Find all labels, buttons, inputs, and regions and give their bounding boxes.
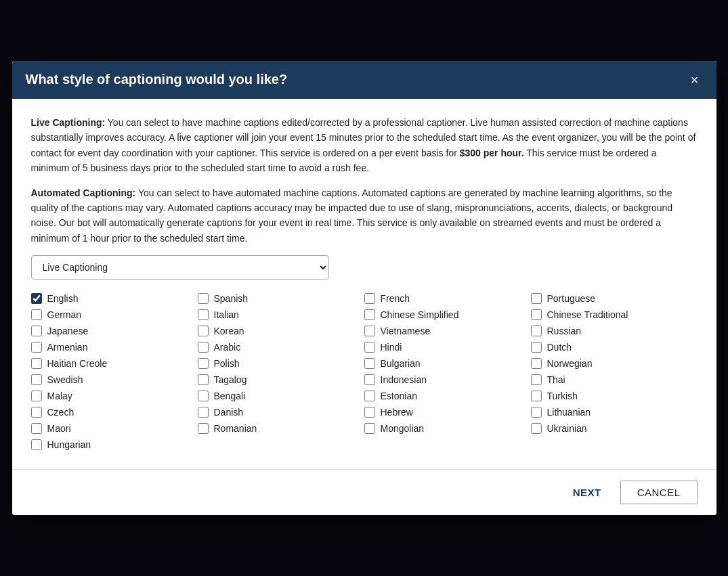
language-label[interactable]: Indonesian xyxy=(381,374,427,385)
language-checkbox[interactable] xyxy=(364,374,375,385)
language-checkbox[interactable] xyxy=(364,326,375,336)
language-label[interactable]: English xyxy=(47,293,79,304)
language-item: Malay xyxy=(31,388,198,404)
language-checkbox[interactable] xyxy=(531,374,542,385)
language-checkbox[interactable] xyxy=(31,293,42,304)
language-label[interactable]: Bengali xyxy=(214,391,246,401)
language-label[interactable]: Russian xyxy=(547,326,582,336)
language-checkbox[interactable] xyxy=(198,293,209,304)
language-label[interactable]: Ukrainian xyxy=(547,423,587,434)
language-label[interactable]: Danish xyxy=(214,407,244,418)
language-checkbox[interactable] xyxy=(198,407,209,418)
language-label[interactable]: Czech xyxy=(47,407,74,418)
language-label[interactable]: Polish xyxy=(214,358,240,369)
language-item: Russian xyxy=(531,323,698,339)
language-checkbox[interactable] xyxy=(364,423,375,434)
language-checkbox[interactable] xyxy=(198,309,209,320)
language-label[interactable]: Swedish xyxy=(47,374,83,385)
language-label[interactable]: Lithuanian xyxy=(547,407,591,418)
language-checkbox[interactable] xyxy=(364,309,375,320)
language-label[interactable]: Malay xyxy=(47,391,72,401)
language-label[interactable]: Haitian Creole xyxy=(47,358,108,369)
languages-col-1: EnglishGermanJapaneseArmenianHaitian Cre… xyxy=(31,290,198,453)
language-checkbox[interactable] xyxy=(198,342,209,353)
language-item: Indonesian xyxy=(364,372,531,388)
language-checkbox[interactable] xyxy=(198,358,209,369)
language-item: Portuguese xyxy=(531,290,698,307)
language-checkbox[interactable] xyxy=(198,423,209,434)
captioning-type-select[interactable]: Live Captioning Automated Captioning xyxy=(31,255,329,280)
languages-grid: EnglishGermanJapaneseArmenianHaitian Cre… xyxy=(31,290,698,453)
language-checkbox[interactable] xyxy=(31,309,42,320)
language-item: Estonian xyxy=(364,388,531,404)
language-checkbox[interactable] xyxy=(531,358,542,369)
language-label[interactable]: Chinese Simplified xyxy=(381,309,459,320)
language-item: Chinese Traditional xyxy=(531,307,698,323)
language-checkbox[interactable] xyxy=(31,407,42,418)
language-label[interactable]: Bulgarian xyxy=(381,358,421,369)
language-label[interactable]: Spanish xyxy=(214,293,249,304)
language-item: Mongolian xyxy=(364,420,531,437)
language-checkbox[interactable] xyxy=(31,342,42,353)
cancel-button[interactable]: CANCEL xyxy=(620,481,698,504)
language-checkbox[interactable] xyxy=(198,391,209,401)
language-item: Italian xyxy=(198,307,364,323)
language-item: Ukrainian xyxy=(531,420,698,437)
language-checkbox[interactable] xyxy=(31,423,42,434)
language-label[interactable]: Japanese xyxy=(47,326,89,336)
language-label[interactable]: Romanian xyxy=(214,423,257,434)
language-item: Bengali xyxy=(198,388,364,404)
language-label[interactable]: Dutch xyxy=(547,342,572,353)
language-item: Armenian xyxy=(31,339,198,355)
language-label[interactable]: Chinese Traditional xyxy=(547,309,628,320)
language-label[interactable]: Hungarian xyxy=(47,439,91,450)
language-label[interactable]: Korean xyxy=(214,326,244,336)
language-checkbox[interactable] xyxy=(531,391,542,401)
language-item: Danish xyxy=(198,404,364,420)
language-checkbox[interactable] xyxy=(31,358,42,369)
live-captioning-label: Live Captioning: xyxy=(31,117,106,128)
language-checkbox[interactable] xyxy=(31,391,42,401)
language-label[interactable]: Norwegian xyxy=(547,358,593,369)
languages-col-3: FrenchChinese SimplifiedVietnameseHindiB… xyxy=(364,290,531,453)
language-checkbox[interactable] xyxy=(364,358,375,369)
language-item: Chinese Simplified xyxy=(364,307,531,323)
language-label[interactable]: Thai xyxy=(547,374,565,385)
language-label[interactable]: Turkish xyxy=(547,391,578,401)
languages-col-4: PortugueseChinese TraditionalRussianDutc… xyxy=(531,290,698,453)
language-checkbox[interactable] xyxy=(364,342,375,353)
language-label[interactable]: Estonian xyxy=(381,391,417,401)
language-checkbox[interactable] xyxy=(198,374,209,385)
language-checkbox[interactable] xyxy=(364,391,375,401)
language-checkbox[interactable] xyxy=(198,326,209,336)
language-label[interactable]: Vietnamese xyxy=(381,326,431,336)
captioning-type-wrapper: Live Captioning Automated Captioning xyxy=(31,255,698,280)
language-checkbox[interactable] xyxy=(531,423,542,434)
language-label[interactable]: German xyxy=(47,309,82,320)
language-label[interactable]: Portuguese xyxy=(547,293,596,304)
close-button[interactable]: × xyxy=(687,72,703,88)
language-label[interactable]: Hindi xyxy=(381,342,402,353)
next-button[interactable]: NEXT xyxy=(562,481,612,504)
language-checkbox[interactable] xyxy=(364,293,375,304)
language-label[interactable]: Tagalog xyxy=(214,374,247,385)
language-label[interactable]: Arabic xyxy=(214,342,241,353)
language-checkbox[interactable] xyxy=(531,326,542,336)
language-label[interactable]: French xyxy=(381,293,410,304)
language-label[interactable]: Armenian xyxy=(47,342,88,353)
language-checkbox[interactable] xyxy=(31,326,42,336)
language-label[interactable]: Maori xyxy=(47,423,71,434)
language-checkbox[interactable] xyxy=(531,309,542,320)
language-item: Dutch xyxy=(531,339,698,355)
modal-header: What style of captioning would you like?… xyxy=(12,61,716,99)
language-label[interactable]: Hebrew xyxy=(381,407,413,418)
language-checkbox[interactable] xyxy=(31,439,42,450)
language-item: Haitian Creole xyxy=(31,355,198,372)
language-checkbox[interactable] xyxy=(31,374,42,385)
language-checkbox[interactable] xyxy=(531,407,542,418)
language-checkbox[interactable] xyxy=(531,342,542,353)
language-checkbox[interactable] xyxy=(364,407,375,418)
language-checkbox[interactable] xyxy=(531,293,542,304)
language-label[interactable]: Italian xyxy=(214,309,239,320)
language-label[interactable]: Mongolian xyxy=(381,423,425,434)
